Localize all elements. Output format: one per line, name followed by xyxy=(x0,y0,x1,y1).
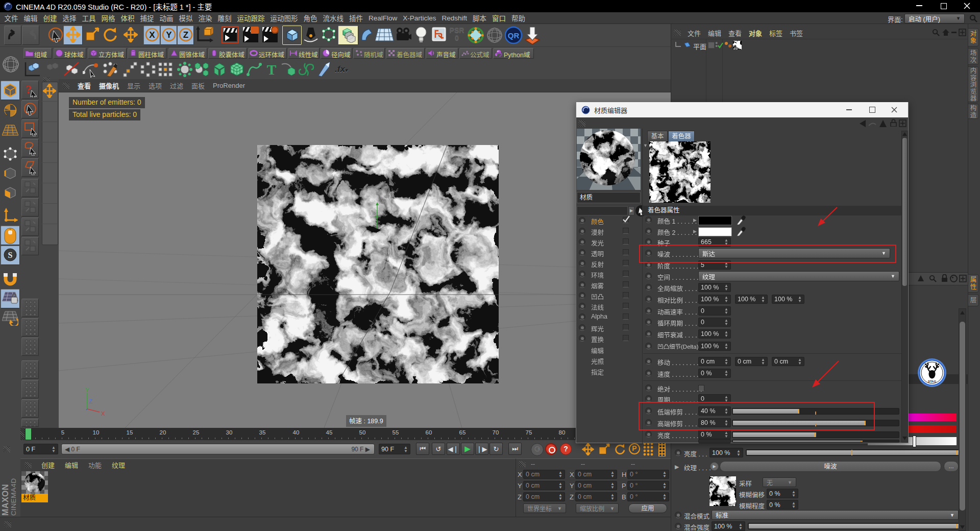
svg-text:Z: Z xyxy=(183,30,188,40)
svg-text:X: X xyxy=(101,411,105,417)
svg-text:?: ? xyxy=(26,83,32,96)
svg-text:Z: Z xyxy=(89,398,92,404)
svg-text:QR: QR xyxy=(508,31,520,40)
svg-text:Y: Y xyxy=(166,30,172,40)
svg-text:STAG: STAG xyxy=(928,380,937,383)
svg-text:X: X xyxy=(149,30,155,40)
svg-text:Y: Y xyxy=(85,388,89,393)
svg-text:S: S xyxy=(8,251,13,259)
svg-text:T: T xyxy=(267,62,277,78)
